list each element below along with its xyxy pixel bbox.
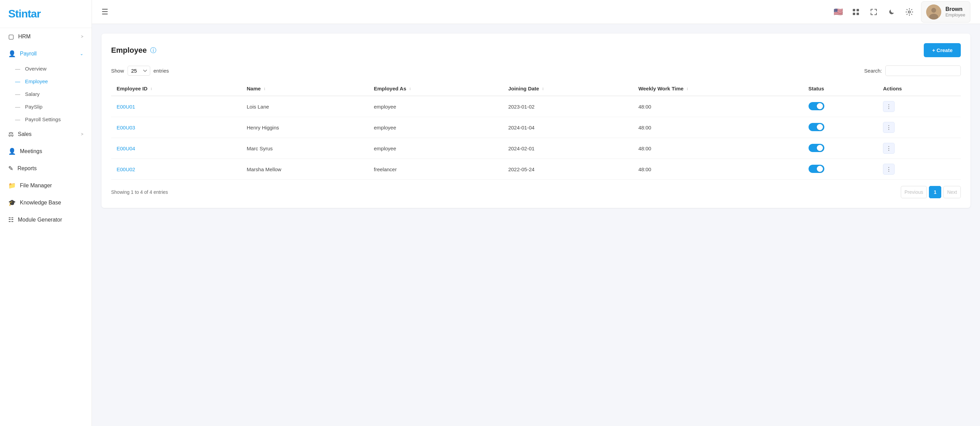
sort-icon-name[interactable]: ↕ <box>263 86 266 91</box>
sub-salary-label: Salary <box>25 91 40 97</box>
actions-button-3[interactable]: ⋮ <box>883 164 895 175</box>
sidebar-item-knowledge-base[interactable]: 🎓 Knowledge Base <box>0 194 92 211</box>
sidebar-item-sales-label: Sales <box>18 131 32 137</box>
sales-icon: ⚖ <box>8 130 14 138</box>
table-row: E00U01 Lois Lane employee 2023-01-02 48:… <box>111 96 961 117</box>
sub-overview-label: Overview <box>25 66 47 71</box>
employee-id-link-3[interactable]: E00U02 <box>116 166 135 172</box>
pagination-buttons: Previous 1 Next <box>901 186 961 198</box>
sidebar-item-meetings[interactable]: 👤 Meetings <box>0 143 92 160</box>
cell-actions-1: ⋮ <box>878 117 961 138</box>
col-weekly-work-time: Weekly Work Time ↕ <box>633 81 803 96</box>
sidebar-item-reports[interactable]: ✎ Reports <box>0 160 92 177</box>
show-entries: Show 25 10 50 100 entries <box>111 66 169 76</box>
table-row: E00U02 Marsha Mellow freelancer 2022-05-… <box>111 159 961 180</box>
sidebar-item-module-generator[interactable]: ☷ Module Generator <box>0 211 92 228</box>
status-toggle-3[interactable] <box>808 165 824 173</box>
table-header: Employee ID ↕ Name ↕ Emp <box>111 81 961 96</box>
entries-select[interactable]: 25 10 50 100 <box>127 66 150 76</box>
employee-id-link-0[interactable]: E00U01 <box>116 104 135 109</box>
sub-employee-label: Employee <box>25 78 48 84</box>
sort-icon-joining-date[interactable]: ↕ <box>542 86 544 91</box>
status-toggle-0[interactable] <box>808 102 824 110</box>
create-button[interactable]: + Create <box>924 43 961 57</box>
sidebar-sub-employee[interactable]: — Employee <box>0 75 92 88</box>
knowledge-icon: 🎓 <box>8 199 16 206</box>
apps-button[interactable] <box>850 6 862 18</box>
sort-icon-wwt[interactable]: ↕ <box>686 86 688 91</box>
actions-button-0[interactable]: ⋮ <box>883 101 895 112</box>
cell-employee-id-3: E00U02 <box>111 159 242 180</box>
search-area: Search: <box>864 65 961 76</box>
cell-name-2: Marc Syrus <box>242 138 369 159</box>
toggle-slider-1 <box>808 123 824 131</box>
sub-payslip-label: PaySlip <box>25 104 43 109</box>
cell-name-0: Lois Lane <box>242 96 369 117</box>
language-selector[interactable]: 🇺🇸 <box>832 6 844 18</box>
cell-wwt-1: 48:00 <box>633 117 803 138</box>
meetings-icon: 👤 <box>8 147 16 155</box>
svg-point-4 <box>908 11 910 13</box>
sub-payroll-settings-label: Payroll Settings <box>25 116 61 122</box>
svg-rect-1 <box>857 9 859 11</box>
info-icon[interactable]: ⓘ <box>150 46 156 54</box>
next-button[interactable]: Next <box>943 186 961 198</box>
fullscreen-button[interactable] <box>867 6 880 18</box>
sort-icon-employed-as[interactable]: ↕ <box>409 86 411 91</box>
dark-mode-button[interactable] <box>885 6 898 18</box>
sort-icon-id[interactable]: ↕ <box>150 86 152 91</box>
sidebar-sub-payslip[interactable]: — PaySlip <box>0 100 92 113</box>
page-1-button[interactable]: 1 <box>929 186 941 198</box>
employee-id-link-1[interactable]: E00U03 <box>116 125 135 130</box>
page-header: Employee ⓘ + Create <box>111 43 961 57</box>
cell-joining-date-1: 2024-01-04 <box>503 117 633 138</box>
cell-actions-3: ⋮ <box>878 159 961 180</box>
svg-rect-0 <box>853 9 855 11</box>
hrm-icon: ▢ <box>8 33 14 40</box>
toggle-slider-0 <box>808 102 824 110</box>
cell-name-3: Marsha Mellow <box>242 159 369 180</box>
cell-employed-as-2: employee <box>368 138 503 159</box>
cell-actions-0: ⋮ <box>878 96 961 117</box>
sidebar-item-reports-label: Reports <box>18 165 37 171</box>
status-toggle-1[interactable] <box>808 123 824 131</box>
settings-button[interactable] <box>903 6 916 18</box>
fullscreen-icon <box>870 9 877 16</box>
sidebar-item-payroll[interactable]: 👤 Payroll ⌄ <box>0 45 92 62</box>
app-logo: Stintar <box>8 8 40 20</box>
col-status: Status <box>803 81 878 96</box>
page-title: Employee <box>111 46 147 55</box>
user-name: Brown <box>945 6 965 12</box>
sidebar-item-hrm[interactable]: ▢ HRM > <box>0 28 92 45</box>
show-label: Show <box>111 68 124 74</box>
dash-icon-2: — <box>15 78 20 84</box>
reports-icon: ✎ <box>8 165 13 172</box>
col-name: Name ↕ <box>242 81 369 96</box>
content-area: Employee ⓘ + Create Show 25 10 50 100 en… <box>92 24 980 426</box>
hamburger-button[interactable]: ☰ <box>102 8 108 16</box>
pagination-area: Showing 1 to 4 of 4 entries Previous 1 N… <box>111 186 961 198</box>
previous-button[interactable]: Previous <box>901 186 927 198</box>
search-input[interactable] <box>885 65 961 76</box>
sidebar-item-file-manager[interactable]: 📁 File Manager <box>0 177 92 194</box>
grid-icon <box>853 9 859 16</box>
user-menu[interactable]: Brown Employee <box>921 2 970 22</box>
sidebar-item-sales[interactable]: ⚖ Sales > <box>0 126 92 143</box>
actions-button-2[interactable]: ⋮ <box>883 143 895 154</box>
chevron-down-icon: ⌄ <box>80 51 83 56</box>
cell-actions-2: ⋮ <box>878 138 961 159</box>
status-toggle-2[interactable] <box>808 144 824 152</box>
actions-button-1[interactable]: ⋮ <box>883 122 895 133</box>
sidebar-sub-salary[interactable]: — Salary <box>0 88 92 100</box>
avatar <box>926 5 941 19</box>
table-controls: Show 25 10 50 100 entries Search: <box>111 65 961 76</box>
chevron-right-icon-2: > <box>81 132 83 137</box>
col-joining-date: Joining Date ↕ <box>503 81 633 96</box>
dash-icon-3: — <box>15 91 20 97</box>
toggle-slider-3 <box>808 165 824 173</box>
sidebar-sub-payroll-settings[interactable]: — Payroll Settings <box>0 113 92 126</box>
avatar-image <box>926 5 941 19</box>
employee-id-link-2[interactable]: E00U04 <box>116 146 135 151</box>
cell-status-1 <box>803 117 878 138</box>
sidebar-sub-overview[interactable]: — Overview <box>0 62 92 75</box>
